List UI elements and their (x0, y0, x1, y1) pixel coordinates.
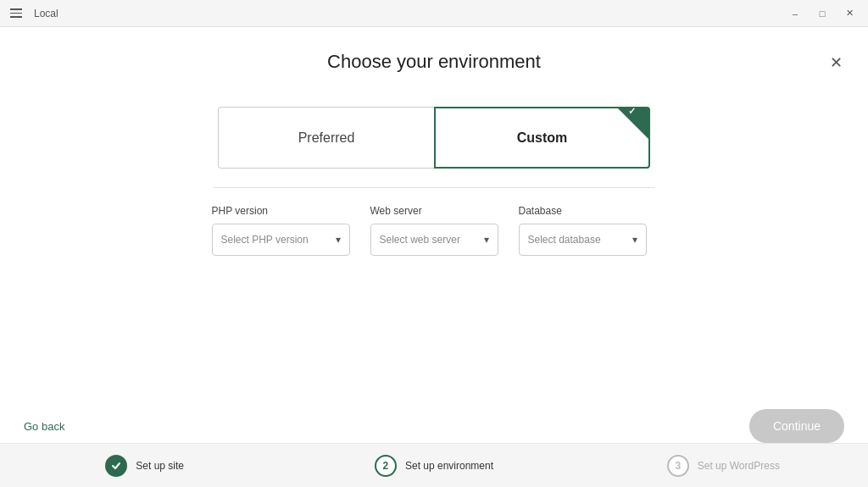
custom-option[interactable]: Custom (434, 107, 650, 169)
database-placeholder: Select database (528, 234, 601, 246)
environment-selection: Preferred Custom (0, 90, 868, 177)
selected-checkmark (618, 108, 648, 139)
web-server-group: Web server Select web server ▾ (360, 205, 509, 256)
dialog-header: Choose your environment ✕ (0, 27, 868, 90)
main-content: Choose your environment ✕ Preferred Cust… (0, 27, 868, 487)
minimize-button[interactable]: – (783, 5, 807, 22)
database-select[interactable]: Select database ▾ (519, 224, 647, 256)
custom-label: Custom (517, 130, 568, 146)
preferred-label: Preferred (298, 130, 355, 146)
window-controls: – □ ✕ (783, 5, 861, 22)
app-name: Local (34, 8, 58, 19)
dialog-title: Choose your environment (327, 51, 541, 73)
step-3-number: 3 (675, 460, 681, 472)
step-2: 2 Set up environment (289, 455, 578, 477)
php-version-label: PHP version (212, 205, 350, 217)
titlebar-left: Local (7, 5, 58, 21)
step-1-check-icon (111, 461, 121, 471)
step-3-circle: 3 (667, 455, 689, 477)
continue-button[interactable]: Continue (749, 409, 844, 443)
close-window-button[interactable]: ✕ (837, 5, 861, 22)
php-version-group: PHP version Select PHP version ▾ (212, 205, 360, 256)
step-3: 3 Set up WordPress (579, 455, 868, 477)
form-section: PHP version Select PHP version ▾ Web ser… (0, 188, 868, 273)
menu-icon[interactable] (7, 5, 25, 21)
php-version-select[interactable]: Select PHP version ▾ (212, 224, 350, 256)
go-back-button[interactable]: Go back (24, 420, 64, 433)
php-version-placeholder: Select PHP version (221, 234, 309, 246)
maximize-button[interactable]: □ (810, 5, 834, 22)
close-dialog-button[interactable]: ✕ (824, 51, 848, 75)
database-label: Database (519, 205, 647, 217)
database-chevron-icon: ▾ (632, 234, 637, 246)
preferred-option[interactable]: Preferred (218, 107, 434, 169)
web-server-select[interactable]: Select web server ▾ (370, 224, 498, 256)
step-3-label: Set up WordPress (698, 460, 780, 472)
database-group: Database Select database ▾ (509, 205, 657, 256)
bottom-actions: Go back Continue (0, 409, 868, 443)
step-1: Set up site (0, 455, 289, 477)
web-server-label: Web server (370, 205, 498, 217)
step-2-label: Set up environment (405, 460, 493, 472)
php-version-chevron-icon: ▾ (336, 234, 341, 246)
progress-bar: Set up site 2 Set up environment 3 Set u… (0, 443, 868, 487)
web-server-placeholder: Select web server (380, 234, 460, 246)
titlebar: Local – □ ✕ (0, 0, 868, 27)
step-1-label: Set up site (136, 460, 184, 472)
web-server-chevron-icon: ▾ (484, 234, 489, 246)
step-2-circle: 2 (375, 455, 397, 477)
step-2-number: 2 (383, 460, 389, 472)
step-1-circle (105, 455, 127, 477)
